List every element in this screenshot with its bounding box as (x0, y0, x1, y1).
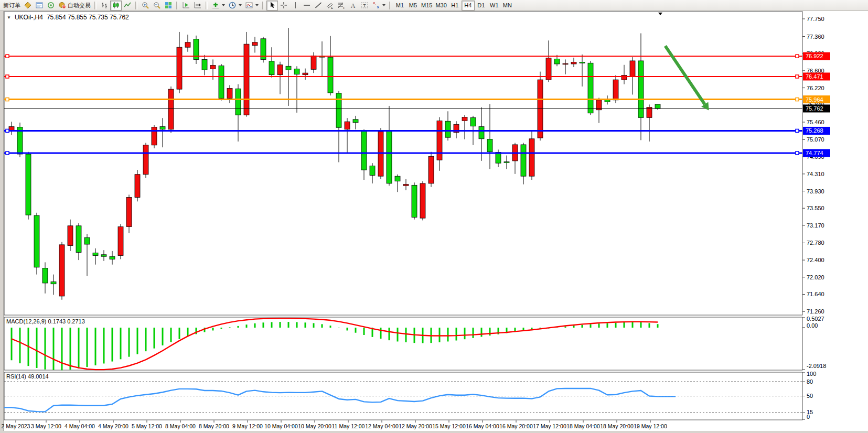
line-handle[interactable] (6, 151, 9, 155)
signals-button[interactable] (45, 1, 57, 10)
candle-body (168, 89, 174, 129)
terminal-window-button[interactable] (34, 1, 45, 10)
zoom-in-button[interactable] (140, 1, 151, 10)
chevron-down-icon (255, 4, 259, 6)
candle-body (378, 132, 383, 176)
candle-body (361, 131, 367, 170)
chart-shift-button[interactable] (192, 1, 203, 10)
price-badge-label: 74.774 (806, 150, 823, 156)
chart-canvas[interactable]: 2 May 20233 May 12:004 May 04:004 May 20… (0, 0, 868, 433)
vertical-line-icon (291, 1, 299, 9)
timeframe-m5-button[interactable]: M5 (406, 1, 420, 10)
templates-button[interactable] (243, 1, 260, 10)
candle-body (185, 42, 190, 47)
candle-body (571, 62, 576, 64)
price-tick-label: 73.930 (807, 188, 824, 194)
price-tick-label: 75.460 (807, 119, 824, 125)
vertical-line-button[interactable] (290, 1, 301, 10)
equidistant-channel-button[interactable]: E (324, 1, 336, 10)
text-label-button[interactable]: T (359, 1, 370, 10)
time-label: 8 May 04:00 (165, 423, 196, 429)
rsi-tick-label: 50 (807, 393, 813, 399)
fibonacci-button[interactable]: F (336, 1, 347, 10)
candle-body (135, 175, 140, 198)
candle-body (118, 226, 123, 255)
toolbar: 新订单自动交易EFATM1M5M15M30H1H4D1W1MN (0, 0, 868, 11)
candle-body (395, 176, 400, 181)
terminal-window-icon (35, 1, 44, 9)
candle-body (529, 139, 534, 176)
horizontal-line-button[interactable] (301, 1, 313, 10)
panel-splitter-macd[interactable] (0, 315, 868, 317)
line-handle[interactable] (796, 75, 799, 78)
crosshair-button[interactable] (278, 1, 290, 10)
timeframe-mn-button[interactable]: MN (501, 1, 514, 10)
time-label: 19 May 12:00 (634, 423, 667, 429)
line-handle[interactable] (796, 98, 799, 101)
candle-body (613, 80, 618, 100)
candle-body (487, 139, 492, 152)
timeframe-h1-button[interactable]: H1 (448, 1, 462, 10)
text-button[interactable]: A (347, 1, 359, 10)
metaeditor-button[interactable] (22, 1, 34, 10)
candle-body (445, 121, 451, 137)
new-order-button[interactable]: 新订单 (2, 1, 22, 10)
candlestick-chart-button[interactable] (110, 1, 122, 10)
line-handle[interactable] (6, 75, 9, 78)
line-handle[interactable] (796, 151, 799, 155)
candle-body (51, 282, 56, 284)
indicators-button[interactable] (210, 1, 227, 10)
candle-body (554, 59, 560, 64)
price-tick-label: 72.020 (807, 274, 824, 280)
line-handle[interactable] (6, 55, 9, 58)
price-tick-label: 77.750 (807, 16, 824, 22)
toolbar-separator (135, 2, 137, 9)
trendline-button[interactable] (313, 1, 324, 10)
bar-chart-icon (100, 1, 109, 9)
zoom-out-button[interactable] (151, 1, 163, 10)
tile-windows-button[interactable] (163, 1, 174, 10)
arrows-tool-button[interactable] (370, 1, 387, 10)
auto-trading-button[interactable]: 自动交易 (57, 1, 92, 10)
candlestick-chart-icon (112, 1, 120, 9)
line-handle[interactable] (6, 129, 9, 132)
chevron-down-icon (382, 4, 385, 6)
window-left-edge (0, 11, 4, 433)
candle-body (655, 104, 660, 109)
line-handle[interactable] (796, 55, 799, 58)
auto-scroll-button[interactable] (180, 1, 192, 10)
cursor-icon (268, 1, 276, 9)
rsi-tick-label: 80 (807, 378, 813, 385)
timeframe-m1-button[interactable]: M1 (393, 1, 406, 10)
timeframe-d1-button[interactable]: D1 (475, 1, 488, 10)
candle-body (110, 256, 115, 259)
time-label: 17 May 12:00 (533, 423, 566, 429)
chart-symbol-period: UKOil-,H4 (15, 14, 43, 21)
timeframe-w1-button[interactable]: W1 (488, 1, 501, 10)
time-label: 3 May 12:00 (31, 423, 61, 429)
time-label: 4 May 20:00 (98, 423, 128, 429)
timeframe-m15-button[interactable]: M15 (420, 1, 434, 10)
candle-body (437, 121, 442, 160)
auto-trading-label: 自动交易 (68, 2, 91, 9)
panel-splitter-rsi[interactable] (0, 370, 868, 372)
chart-ohlc-values: 75.854 75.855 75.735 75.762 (47, 14, 129, 21)
time-label: 9 May 12:00 (232, 423, 263, 429)
collapse-chart-icon[interactable]: ▼ (7, 15, 11, 20)
candle-body (126, 198, 132, 227)
line-chart-icon (123, 1, 132, 9)
price-tick-label: 71.260 (807, 308, 824, 315)
line-chart-button[interactable] (122, 1, 133, 10)
svg-text:T: T (363, 3, 366, 8)
cursor-button[interactable] (266, 1, 278, 10)
bar-chart-button[interactable] (99, 1, 110, 10)
candle-body (42, 268, 48, 283)
line-handle[interactable] (796, 129, 799, 132)
time-label: 15 May 12:00 (432, 423, 466, 429)
line-handle[interactable] (6, 98, 9, 101)
timeframe-m30-button[interactable]: M30 (434, 1, 448, 10)
text-icon: A (349, 1, 357, 9)
periods-button[interactable] (227, 1, 243, 10)
text-label-icon: T (360, 1, 369, 9)
timeframe-h4-button[interactable]: H4 (462, 1, 475, 10)
